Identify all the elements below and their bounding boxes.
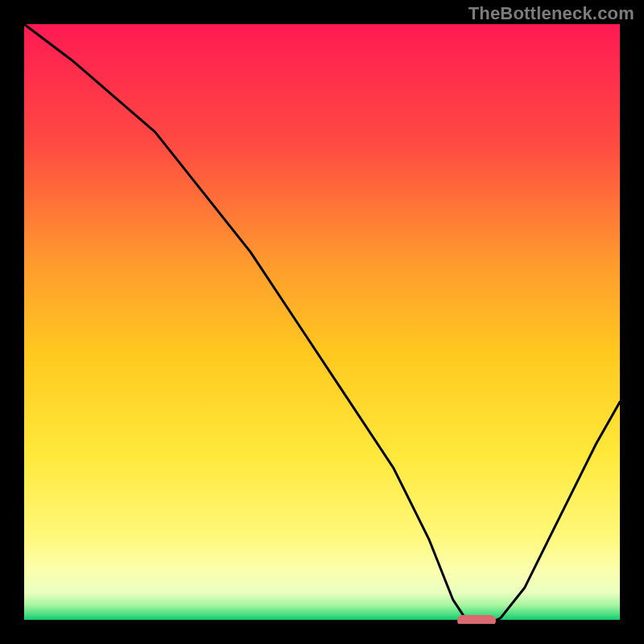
chart-frame: TheBottleneck.com [0,0,644,644]
watermark-text: TheBottleneck.com [469,3,634,24]
valley-marker [457,615,496,624]
curve-path [24,24,620,624]
plot-area [24,24,620,624]
curve-svg [24,24,620,624]
